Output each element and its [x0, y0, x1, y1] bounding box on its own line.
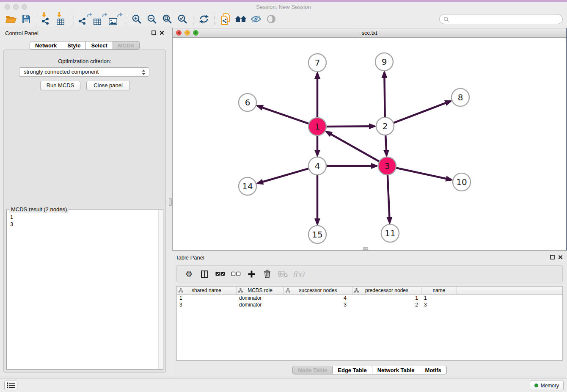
- export-image-button[interactable]: [107, 13, 123, 25]
- result-scrollbar[interactable]: [158, 210, 163, 369]
- control-panel-title: Control Panel: [5, 30, 39, 36]
- table-row[interactable]: 3dominator323: [177, 301, 562, 308]
- control-panel: Control Panel NetworkStyleSelectMCDS Opt…: [0, 26, 172, 378]
- table-cell: 2: [352, 301, 421, 308]
- function-builder-button-disabled: f(x): [291, 267, 306, 281]
- column-header-label: shared name: [192, 287, 221, 293]
- zoom-in-button[interactable]: [129, 13, 144, 25]
- table-cell: 1: [177, 295, 237, 301]
- tab-node-table[interactable]: Node Table: [292, 366, 333, 374]
- refresh-layout-button[interactable]: [196, 13, 212, 25]
- tab-motifs[interactable]: Motifs: [420, 366, 447, 374]
- table-cell: 1: [352, 295, 421, 301]
- column-header-predecessor-nodes[interactable]: predecessor nodes: [352, 287, 421, 294]
- export-table-button[interactable]: [92, 13, 107, 25]
- zoom-fit-icon: [162, 14, 172, 24]
- task-history-button[interactable]: [4, 381, 17, 390]
- hide-eye-slash-icon: [250, 15, 261, 23]
- hide-selected-button[interactable]: [248, 13, 264, 25]
- column-header-label: predecessor nodes: [365, 287, 408, 293]
- new-network-document-icon: [220, 13, 231, 25]
- import-table-icon: [57, 13, 69, 25]
- zoom-out-button[interactable]: [144, 13, 160, 25]
- export-network-button[interactable]: [77, 13, 92, 25]
- search-field[interactable]: [439, 14, 563, 24]
- close-table-panel-icon[interactable]: [558, 255, 563, 259]
- delete-column-button[interactable]: [259, 267, 275, 281]
- table-cell: 3: [177, 301, 237, 308]
- column-header-label: MCDS role: [248, 287, 272, 293]
- import-table-button[interactable]: [55, 13, 71, 25]
- close-panel-icon[interactable]: [160, 30, 164, 35]
- graph-edge-4-14[interactable]: [258, 168, 310, 183]
- tab-edge-table[interactable]: Edge Table: [333, 366, 372, 374]
- refresh-icon: [199, 14, 209, 24]
- column-header-mcds-role[interactable]: MCDS role: [237, 287, 284, 294]
- search-input[interactable]: [451, 15, 559, 23]
- import-network-button[interactable]: [40, 13, 55, 25]
- table-row[interactable]: 1dominator411: [177, 295, 562, 301]
- network-window-title: scc.txt: [173, 28, 566, 38]
- zoom-in-icon: [132, 14, 142, 24]
- column-header-successor-nodes[interactable]: successor nodes: [284, 287, 352, 294]
- zoom-fit-button[interactable]: [160, 13, 175, 25]
- zoom-selected-button[interactable]: [175, 13, 190, 25]
- network-canvas[interactable]: 1234678910111415: [173, 38, 566, 250]
- graph-edge-3-1[interactable]: [327, 132, 380, 162]
- graph-node-label-9: 9: [382, 57, 387, 67]
- table-cell: dominator: [237, 301, 284, 308]
- table-cell: 4: [284, 295, 352, 301]
- first-neighbors-button[interactable]: [233, 13, 248, 25]
- new-network-from-selection-button[interactable]: [218, 13, 233, 25]
- mcds-result-title: MCDS result (2 nodes): [9, 206, 69, 213]
- tab-mcds[interactable]: MCDS: [113, 41, 140, 50]
- table-cell: 3: [284, 301, 352, 308]
- graph-edge-2-9[interactable]: [384, 72, 385, 118]
- control-panel-tabs: NetworkStyleSelectMCDS: [0, 41, 169, 50]
- search-icon: [443, 17, 449, 22]
- hierarchy-icon: [286, 288, 290, 293]
- column-view-button[interactable]: [197, 267, 212, 281]
- save-session-button[interactable]: [19, 13, 34, 25]
- import-network-icon: [41, 13, 54, 25]
- memory-label: Memory: [541, 383, 559, 389]
- tab-select[interactable]: Select: [86, 41, 113, 50]
- criterion-value: strongly connected component: [24, 69, 99, 75]
- graph-node-label-11: 11: [385, 228, 395, 238]
- column-header-name[interactable]: name: [421, 287, 457, 294]
- criterion-select[interactable]: strongly connected component: [19, 67, 149, 77]
- tab-style[interactable]: Style: [62, 41, 86, 50]
- zoom-selected-icon: [177, 14, 187, 24]
- graph-edge-3-10[interactable]: [395, 168, 451, 180]
- select-all-button[interactable]: [212, 267, 228, 281]
- network-graph: 1234678910111415: [173, 38, 566, 250]
- node-table-header[interactable]: shared nameMCDS rolesuccessor nodesprede…: [177, 287, 562, 295]
- deselect-all-button[interactable]: [228, 267, 244, 281]
- graph-edge-1-6[interactable]: [258, 106, 310, 124]
- graph-node-label-10: 10: [456, 177, 467, 187]
- hierarchy-icon: [179, 288, 183, 293]
- graph-node-label-7: 7: [315, 58, 320, 68]
- column-header-shared-name[interactable]: shared name: [177, 287, 237, 294]
- graph-edge-2-8[interactable]: [393, 101, 451, 123]
- task-list-icon: [7, 382, 15, 389]
- mcds-panel: Optimization criterion: strongly connect…: [3, 50, 166, 373]
- float-panel-icon[interactable]: [151, 30, 156, 35]
- run-mcds-button[interactable]: Run MCDS: [40, 81, 80, 90]
- graph-edge-2-3[interactable]: [385, 134, 387, 155]
- tab-network[interactable]: Network: [30, 41, 62, 50]
- show-all-button[interactable]: [264, 13, 279, 25]
- tab-network-table[interactable]: Network Table: [372, 366, 420, 374]
- add-column-button[interactable]: [244, 267, 259, 281]
- table-settings-button[interactable]: ⚙: [181, 267, 197, 281]
- network-window-titlebar[interactable]: × − + scc.txt: [173, 28, 566, 38]
- memory-button[interactable]: Memory: [530, 381, 564, 390]
- node-table[interactable]: shared nameMCDS rolesuccessor nodesprede…: [176, 286, 563, 361]
- canvas-resize-handle[interactable]: [363, 247, 368, 250]
- graph-edge-1-2[interactable]: [325, 126, 374, 127]
- close-panel-button[interactable]: Close panel: [86, 81, 130, 90]
- graph-edge-3-11[interactable]: [388, 174, 390, 223]
- panel-splitter-handle[interactable]: [169, 198, 172, 206]
- open-session-button[interactable]: [3, 13, 19, 25]
- float-table-panel-icon[interactable]: [550, 255, 555, 259]
